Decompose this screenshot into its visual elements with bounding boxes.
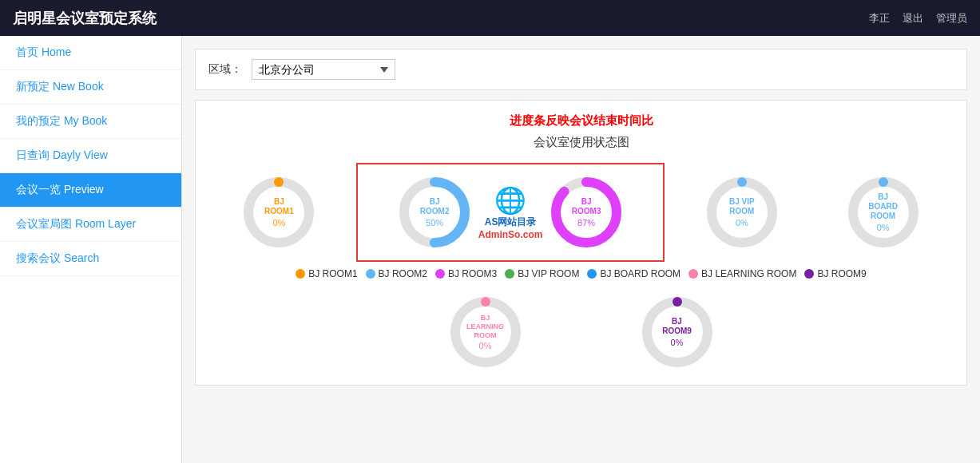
region-label: 区域： (208, 62, 242, 77)
sidebar-item-search[interactable]: 搜索会议 Search (0, 242, 181, 276)
header: 启明星会议室预定系统 李正 退出 管理员 (0, 0, 980, 36)
legend-vip: BJ VIP ROOM (505, 268, 579, 279)
legend-dot-vip (505, 269, 514, 279)
legend-label-board: BJ BOARD ROOM (600, 268, 680, 279)
legend-row: BJ ROOM1 BJ ROOM2 BJ ROOM3 BJ VIP ROOM B… (208, 268, 954, 279)
svg-point-10 (455, 302, 516, 362)
sidebar-item-daily-view[interactable]: 日查询 Dayly View (0, 139, 181, 173)
main-content: 区域： 北京分公司 上海分公司 广州分公司 进度条反映会议结束时间比 会议室使用… (182, 36, 980, 463)
admin-link[interactable]: 管理员 (936, 11, 967, 26)
sidebar-item-room-layer[interactable]: 会议室局图 Room Layer (0, 208, 181, 242)
legend-label-room1: BJ ROOM1 (308, 268, 357, 279)
legend-board: BJ BOARD ROOM (587, 268, 680, 279)
svg-point-6 (712, 182, 772, 243)
header-right: 李正 退出 管理员 (869, 11, 967, 26)
donut-bj-room3: BJ ROOM3 87% (522, 172, 650, 252)
sidebar-item-home[interactable]: 首页 Home (0, 36, 181, 70)
legend-label-room9: BJ ROOM9 (817, 268, 866, 279)
chart-notice: 进度条反映会议结束时间比 (208, 113, 954, 129)
sidebar: 首页 Home 新预定 New Book 我的预定 My Book 日查询 Da… (0, 36, 182, 463)
legend-dot-board (587, 269, 597, 279)
svg-point-0 (248, 182, 309, 243)
legend-dot-room1 (296, 269, 305, 279)
region-bar: 区域： 北京分公司 上海分公司 广州分公司 (195, 49, 967, 90)
donut-bj-room9: BJ ROOM9 0% (613, 292, 741, 372)
sidebar-item-my-book[interactable]: 我的预定 My Book (0, 105, 181, 139)
legend-dot-room9 (804, 269, 814, 279)
donut-bj-room2: BJ ROOM2 50% (371, 172, 498, 252)
donut-bj-vip: BJ VIP ROOM 0% (678, 172, 806, 252)
legend-learning: BJ LEARNING ROOM (688, 268, 796, 279)
app-title: 启明星会议室预定系统 (13, 9, 157, 28)
legend-room9: BJ ROOM9 (804, 268, 866, 279)
legend-room3: BJ ROOM3 (435, 268, 497, 279)
legend-dot-learning (688, 269, 698, 279)
svg-point-12 (647, 302, 708, 362)
donut-bj-learning: BJ LEARNING ROOM 0% (422, 292, 550, 372)
legend-label-vip: BJ VIP ROOM (518, 268, 579, 279)
sidebar-item-new-book[interactable]: 新预定 New Book (0, 70, 181, 105)
legend-room1: BJ ROOM1 (296, 268, 357, 279)
main-layout: 首页 Home 新预定 New Book 我的预定 My Book 日查询 Da… (0, 36, 980, 463)
region-select[interactable]: 北京分公司 上海分公司 广州分公司 (252, 59, 395, 80)
legend-label-room2: BJ ROOM2 (379, 268, 427, 279)
legend-dot-room3 (435, 269, 445, 279)
chart-title: 会议室使用状态图 (208, 135, 954, 150)
chart-section: 进度条反映会议结束时间比 会议室使用状态图 BJ ROOM1 0% (195, 100, 967, 386)
legend-room2: BJ ROOM2 (366, 268, 427, 279)
donut-bj-room1: BJ ROOM1 0% (215, 172, 343, 252)
user-name: 李正 (869, 11, 890, 26)
logout-link[interactable]: 退出 (903, 11, 923, 26)
legend-label-learning: BJ LEARNING ROOM (701, 268, 796, 279)
svg-point-5 (556, 182, 617, 243)
donut-bj-board: BJ BOARD ROOM 0% (819, 172, 947, 252)
donuts-row2: BJ LEARNING ROOM 0% BJ ROOM9 (208, 292, 954, 372)
legend-dot-room2 (366, 269, 375, 279)
svg-point-8 (853, 182, 914, 243)
legend-label-room3: BJ ROOM3 (448, 268, 497, 279)
sidebar-item-preview[interactable]: 会议一览 Preview (0, 173, 181, 208)
